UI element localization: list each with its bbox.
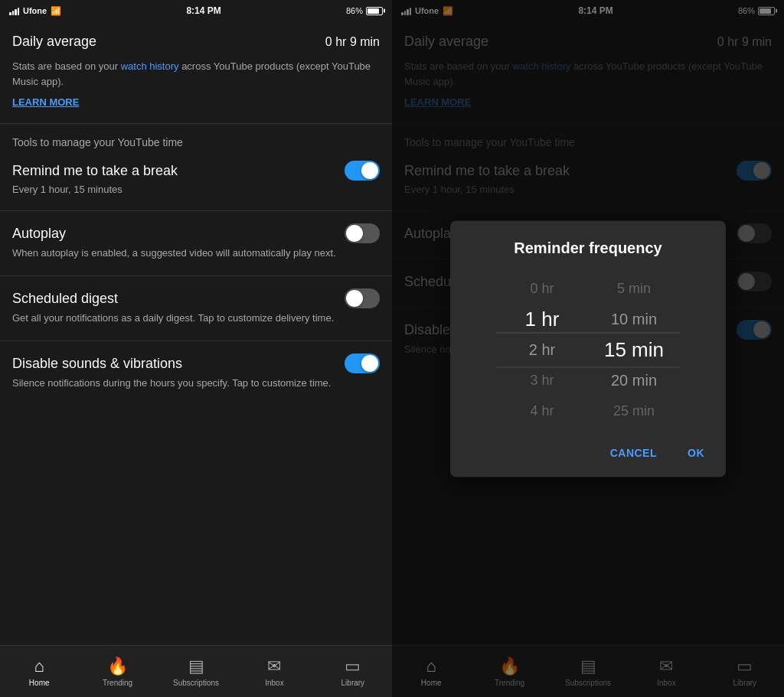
picker-min-25[interactable]: 25 min <box>588 396 680 426</box>
battery-percent-left: 86% <box>346 6 363 15</box>
stats-text-left: Stats are based on your watch history ac… <box>12 59 380 89</box>
daily-avg-label-left: Daily average <box>12 34 96 50</box>
picker-min-5[interactable]: 5 min <box>588 273 680 304</box>
picker-min-10[interactable]: 10 min <box>588 304 680 334</box>
toggle-thumb-autoplay-left <box>346 225 363 242</box>
nav-library-left[interactable]: ▭ Library <box>314 656 392 687</box>
picker-hour-0[interactable]: 0 hr <box>496 273 588 304</box>
setting-autoplay-row-left: Autoplay <box>12 223 380 243</box>
divider-left <box>0 123 392 124</box>
section-title-left: Tools to manage your YouTube time <box>12 136 380 148</box>
picker-min-20[interactable]: 20 min <box>588 365 680 396</box>
toggle-thumb-digest-left <box>346 290 363 307</box>
ok-button[interactable]: OK <box>678 440 714 464</box>
cancel-button[interactable]: CANCEL <box>601 440 666 464</box>
status-right-left: 86% <box>346 6 383 15</box>
battery-icon-left <box>366 7 383 15</box>
status-left-left: Ufone 📶 <box>9 6 61 16</box>
toggle-sounds-left[interactable] <box>345 353 380 373</box>
library-icon-left: ▭ <box>345 656 361 676</box>
nav-trending-left[interactable]: 🔥 Trending <box>78 656 156 687</box>
stats-prefix-left: Stats are based on your <box>12 60 121 72</box>
nav-home-left[interactable]: ⌂ Home <box>0 656 78 687</box>
wifi-icon-left: 📶 <box>51 6 61 16</box>
inbox-icon-left: ✉ <box>267 656 281 676</box>
divider2-left <box>0 210 392 211</box>
setting-autoplay-left: Autoplay When autoplay is enabled, a sug… <box>12 223 380 260</box>
picker-hour-1[interactable]: 1 hr <box>496 304 588 334</box>
home-icon-left: ⌂ <box>34 656 44 676</box>
nav-trending-label-left: Trending <box>103 679 132 687</box>
trending-icon-left: 🔥 <box>107 656 128 676</box>
picker-hour-2[interactable]: 2 hr <box>496 334 588 365</box>
reminder-frequency-modal: Reminder frequency 0 hr 1 hr 2 hr 3 hr 4… <box>450 220 726 477</box>
setting-remind-sub-left: Every 1 hour, 15 minutes <box>12 184 380 195</box>
subscriptions-icon-left: ▤ <box>188 656 204 676</box>
signal-icon <box>9 6 19 15</box>
nav-subscriptions-left[interactable]: ▤ Subscriptions <box>157 656 235 687</box>
left-phone-panel: Ufone 📶 8:14 PM 86% Daily average 0 hr 9… <box>0 0 392 697</box>
setting-sounds-row-left: Disable sounds & vibrations <box>12 353 380 373</box>
nav-home-label-left: Home <box>29 679 50 687</box>
setting-digest-desc-left: Get all your notifications as a daily di… <box>12 311 380 325</box>
setting-remind-row-left: Remind me to take a break <box>12 161 380 181</box>
setting-remind-left: Remind me to take a break Every 1 hour, … <box>12 161 380 195</box>
nav-library-label-left: Library <box>341 679 365 687</box>
status-bar-left: Ufone 📶 8:14 PM 86% <box>0 0 392 21</box>
left-content: Daily average 0 hr 9 min Stats are based… <box>0 21 392 645</box>
modal-actions: CANCEL OK <box>450 434 726 477</box>
picker-hour-4[interactable]: 4 hr <box>496 396 588 426</box>
setting-sounds-left: Disable sounds & vibrations Silence noti… <box>12 353 380 390</box>
setting-sounds-desc-left: Silence notifications during the hours y… <box>12 376 380 390</box>
right-phone-panel: Ufone 📶 8:14 PM 86% Daily average 0 hr 9… <box>392 0 784 697</box>
setting-autoplay-desc-left: When autoplay is enabled, a suggested vi… <box>12 246 380 260</box>
picker-hour-3[interactable]: 3 hr <box>496 365 588 396</box>
setting-autoplay-name-left: Autoplay <box>12 226 66 242</box>
watch-history-link-left[interactable]: watch history <box>121 60 179 72</box>
toggle-remind-left[interactable] <box>345 161 380 181</box>
toggle-autoplay-left[interactable] <box>345 223 380 243</box>
hours-picker-column[interactable]: 0 hr 1 hr 2 hr 3 hr 4 hr <box>496 273 588 426</box>
battery-fill-left <box>368 8 379 14</box>
nav-inbox-left[interactable]: ✉ Inbox <box>235 656 313 687</box>
daily-avg-row-left: Daily average 0 hr 9 min <box>12 34 380 50</box>
minutes-picker-column[interactable]: 5 min 10 min 15 min 20 min 25 min <box>588 273 680 426</box>
bottom-nav-left: ⌂ Home 🔥 Trending ▤ Subscriptions ✉ Inbo… <box>0 645 392 697</box>
setting-remind-name-left: Remind me to take a break <box>12 163 178 179</box>
setting-digest-row-left: Scheduled digest <box>12 288 380 308</box>
picker-container[interactable]: 0 hr 1 hr 2 hr 3 hr 4 hr 5 min 10 min 15… <box>450 265 726 434</box>
setting-digest-left: Scheduled digest Get all your notificati… <box>12 288 380 325</box>
divider3-left <box>0 275 392 276</box>
picker-min-15[interactable]: 15 min <box>588 334 680 365</box>
time-left: 8:14 PM <box>186 5 220 16</box>
daily-avg-value-left: 0 hr 9 min <box>325 35 380 49</box>
nav-subscriptions-label-left: Subscriptions <box>173 679 219 687</box>
toggle-thumb-remind-left <box>361 162 378 179</box>
toggle-thumb-sounds-left <box>361 355 378 372</box>
modal-title: Reminder frequency <box>450 220 726 265</box>
learn-more-link-left[interactable]: LEARN MORE <box>12 96 380 108</box>
divider4-left <box>0 340 392 341</box>
setting-sounds-name-left: Disable sounds & vibrations <box>12 356 182 372</box>
nav-inbox-label-left: Inbox <box>265 679 283 687</box>
toggle-digest-left[interactable] <box>345 288 380 308</box>
setting-digest-name-left: Scheduled digest <box>12 291 118 307</box>
carrier-name-left: Ufone <box>23 6 47 15</box>
